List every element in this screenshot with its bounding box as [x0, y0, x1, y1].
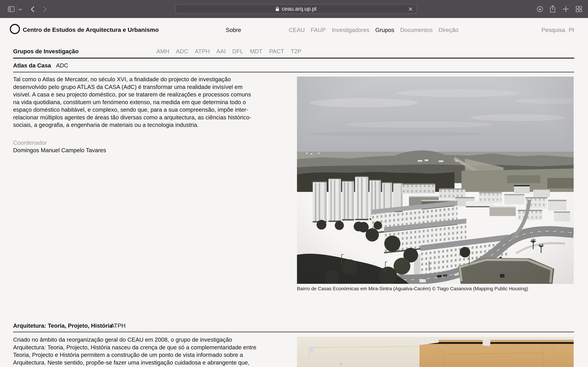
browser-toolbar: ceau.arq.up.pt [0, 0, 588, 18]
rule-thin-2 [13, 332, 574, 332]
rule-thick [13, 58, 574, 58]
share-icon[interactable] [550, 5, 556, 13]
tab-amh[interactable]: AMH [156, 48, 169, 55]
tab-mdt[interactable]: MDT [250, 48, 262, 55]
page-content: Centro de Estudos de Arquitectura e Urba… [0, 18, 588, 367]
group1-code: ADC [56, 62, 68, 69]
group-tabs: AMH ADC ATPH AAI DFL MDT PACT T2P [156, 48, 301, 55]
aerial-photo [297, 76, 574, 284]
search-link[interactable]: Pesquisa [541, 26, 565, 33]
site-title[interactable]: Centro de Estudos de Arquitectura e Urba… [23, 26, 159, 33]
nav-link-documentos[interactable]: Documentos [400, 26, 432, 33]
group2-description: Criado no âmbito da reorganização geral … [13, 336, 261, 367]
tab-t2p[interactable]: T2P [291, 48, 301, 55]
header-utilities: Pesquisa Pt [541, 26, 574, 33]
tab-overview-icon[interactable] [576, 6, 582, 12]
group2-name: Arquitetura: Teoria, Projeto, História [13, 322, 112, 329]
back-icon[interactable] [31, 6, 35, 12]
tab-dfl[interactable]: DFL [232, 48, 243, 55]
coordinator-label: Coordenador [13, 139, 47, 146]
group1-description: Tal como o Atlas de Mercator, no século … [13, 75, 259, 129]
url-field[interactable]: ceau.arq.up.pt [175, 4, 417, 14]
nav-link-direcao[interactable]: Direção [439, 26, 458, 33]
nav-link-investigadores[interactable]: Investigadores [332, 26, 369, 33]
photo-caption: Bairro de Casas Económicas em Mira-Sintr… [297, 286, 528, 292]
coordinator-name: Domingos Manuel Campelo Tavares [13, 147, 106, 154]
toolbar-divider [17, 6, 17, 13]
tab-pact[interactable]: PACT [269, 48, 284, 55]
nav-sobre[interactable]: Sobre [226, 26, 241, 33]
lock-icon [275, 6, 279, 12]
tab-atph[interactable]: ATPH [195, 48, 210, 55]
language-toggle[interactable]: Pt [569, 26, 574, 33]
group2-code: ATPH [111, 322, 126, 329]
site-logo[interactable] [10, 24, 20, 34]
main-nav: CEAU FAUP Investigadores Grupos Document… [289, 26, 458, 33]
url-text: ceau.arq.up.pt [282, 6, 316, 12]
nav-link-ceau[interactable]: CEAU [289, 26, 305, 33]
forward-icon[interactable] [43, 6, 47, 12]
archive-drawing-photo [297, 337, 574, 367]
chevron-down-icon[interactable] [18, 8, 22, 11]
tab-aai[interactable]: AAI [216, 48, 226, 55]
close-icon[interactable] [408, 7, 413, 11]
sidebar-icon[interactable] [8, 6, 15, 12]
section-title: Grupos de Investigação [13, 48, 78, 55]
nav-link-grupos[interactable]: Grupos [375, 26, 394, 33]
download-icon[interactable] [536, 6, 543, 12]
group1-name: Atlas da Casa [13, 62, 51, 69]
nav-link-faup[interactable]: FAUP [311, 26, 326, 33]
rule-thin-1 [13, 72, 574, 72]
tab-adc[interactable]: ADC [176, 48, 188, 55]
new-tab-icon[interactable] [563, 6, 569, 12]
